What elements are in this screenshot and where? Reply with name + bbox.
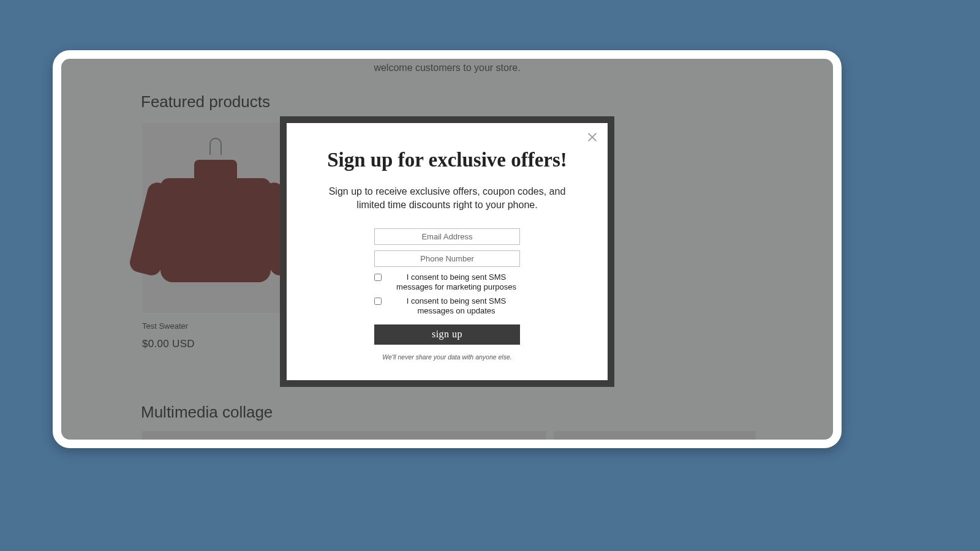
consent-updates-checkbox[interactable] [374,298,382,305]
email-field[interactable] [374,228,520,245]
modal-subtitle: Sign up to receive exclusive offers, cou… [315,185,579,211]
modal-title: Sign up for exclusive offers! [311,149,583,171]
consent-updates-label: I consent to being sent SMS messages on … [393,296,520,315]
consent-marketing-label: I consent to being sent SMS messages for… [393,272,520,291]
close-icon[interactable] [586,130,599,144]
viewport: welcome customers to your store. Feature… [61,59,833,440]
device-frame: welcome customers to your store. Feature… [53,50,842,448]
signup-form: I consent to being sent SMS messages for… [374,228,520,360]
consent-marketing-checkbox[interactable] [374,274,382,281]
signup-modal-body: Sign up for exclusive offers! Sign up to… [287,123,608,380]
signup-modal: Sign up for exclusive offers! Sign up to… [280,116,614,387]
consent-marketing-row: I consent to being sent SMS messages for… [374,272,520,291]
privacy-note: We'll never share your data with anyone … [374,353,520,361]
signup-button[interactable]: sign up [374,324,520,345]
consent-updates-row: I consent to being sent SMS messages on … [374,296,520,315]
phone-field[interactable] [374,250,520,267]
